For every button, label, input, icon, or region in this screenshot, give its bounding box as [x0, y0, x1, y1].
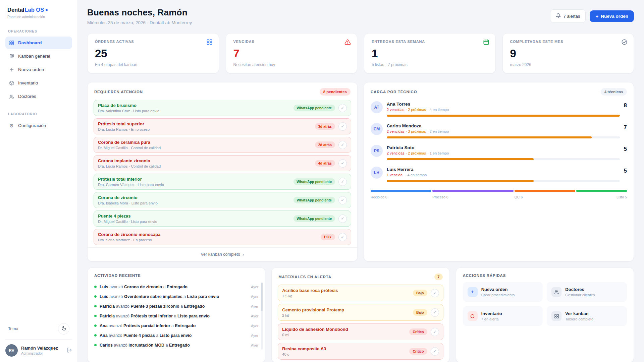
nav-section-label: LABORATORIO	[5, 112, 72, 116]
attention-panel: REQUIEREN ATENCIÓN 8 pendientes Placa de…	[87, 82, 358, 261]
order-name: Placa de bruxismo	[98, 103, 290, 108]
theme-row: Tema	[5, 321, 72, 339]
technician-row: AT Ana Torres 2 vencidas · 2 próximas · …	[371, 101, 627, 117]
sidebar-item-doctors[interactable]: Doctores	[5, 90, 72, 103]
material-name: Cemento provisional Protemp	[282, 307, 410, 312]
stage-segment	[576, 190, 627, 192]
quick-action-kanban[interactable]: Ver kanban Tablero completo	[547, 306, 627, 326]
attention-item[interactable]: Corona de zirconio Dra. Isabella Mora · …	[94, 192, 351, 208]
status-badge: WhatsApp pendiente	[293, 105, 335, 111]
order-name: Corona de zirconio	[98, 195, 290, 200]
technician-avatar: PS	[371, 145, 383, 157]
sidebar-item-settings[interactable]: ⚙ Configuración	[5, 119, 72, 132]
stage-segment	[432, 190, 514, 192]
nav-section-operations: OPERACIONES Dashboard Kanban general Nue…	[5, 29, 72, 104]
mark-done-button[interactable]: ✓	[338, 159, 347, 168]
panel-title: ACTIVIDAD RECIENTE	[94, 274, 141, 278]
mark-done-button[interactable]: ✓	[338, 233, 347, 241]
order-meta: Dr. Miguel Castillo · Listo para envío	[98, 220, 290, 224]
attention-list: Placa de bruxismo Dra. Valentina Cruz · …	[88, 100, 357, 247]
activity-text: Luis avanzó Overdenture sobre implantes …	[100, 294, 219, 299]
order-meta: Dra. Lucía Ramos · Control de calidad	[98, 164, 312, 168]
quick-action-inventory[interactable]: Inventario 7 en alerta	[463, 306, 543, 326]
scrollbar-track[interactable]	[261, 283, 263, 350]
dashboard-icon	[9, 40, 14, 46]
stat-caption: En 4 etapas del kanban	[95, 62, 211, 67]
material-quantity: 2 kit	[282, 313, 410, 317]
plus-icon: +	[595, 14, 598, 19]
status-badge: WhatsApp pendiente	[293, 178, 335, 185]
panel-title: REQUIEREN ATENCIÓN	[94, 90, 143, 94]
materials-count-badge: 7	[434, 274, 442, 280]
sidebar-item-kanban[interactable]: Kanban general	[5, 50, 72, 62]
technician-order-count: 7	[624, 123, 627, 138]
theme-toggle-button[interactable]	[58, 323, 69, 335]
user-row: RV Ramón Velázquez Administrador	[5, 339, 72, 357]
sidebar-spacer	[5, 133, 72, 321]
mark-done-button[interactable]: ✓	[338, 178, 347, 186]
technician-name: Carlos Mendoza	[387, 123, 620, 128]
sidebar-item-new-order[interactable]: Nueva orden	[5, 63, 72, 76]
check-icon: ✓	[341, 143, 344, 147]
technician-name: Patricia Soto	[387, 145, 620, 150]
activity-item: Ana avanzó Puente 4 piezas a Listo para …	[94, 330, 258, 340]
new-order-button[interactable]: + Nueva orden	[590, 10, 634, 22]
kanban-icon	[9, 53, 14, 59]
stat-value: 25	[95, 48, 211, 59]
attention-item[interactable]: Puente 4 piezas Dr. Miguel Castillo · Li…	[94, 210, 351, 227]
mark-done-button[interactable]: ✓	[338, 122, 347, 131]
stat-value: 1	[372, 48, 488, 59]
resolve-material-button[interactable]: ✓	[431, 328, 439, 336]
quick-action-doctors[interactable]: Doctores Gestionar clientes	[547, 282, 627, 302]
alerts-button[interactable]: 7 alertas	[550, 9, 586, 23]
attention-item[interactable]: Prótesis total superior Dra. Lucía Ramos…	[94, 118, 351, 134]
status-badge: 3d atrás	[315, 123, 335, 130]
order-name: Corona de zirconio monocapa	[98, 232, 317, 237]
stage-distribution: Recibido 6 Proceso 8 QC 6 Listo 5	[364, 188, 634, 199]
check-icon: ✓	[433, 310, 436, 314]
stat-label: COMPLETADAS ESTE MES	[510, 40, 627, 44]
workload-bar	[387, 158, 620, 160]
technician-name: Ana Torres	[387, 102, 620, 107]
new-order-label: Nueva orden	[601, 14, 628, 19]
scrollbar-thumb[interactable]	[261, 283, 263, 311]
avatar: RV	[5, 344, 18, 357]
resolve-material-button[interactable]: ✓	[431, 289, 439, 297]
mark-done-button[interactable]: ✓	[338, 215, 347, 223]
logout-button[interactable]	[66, 347, 72, 354]
attention-item[interactable]: Corona de cerámica pura Dr. Miguel Casti…	[94, 137, 351, 153]
sidebar-item-inventory[interactable]: Inventario	[5, 77, 72, 89]
activity-time: Ayer	[248, 314, 258, 318]
attention-item[interactable]: Corona implante zirconio Dra. Lucía Ramo…	[94, 155, 351, 171]
page-header: Buenas noches, Ramón Miércoles 25 de mar…	[87, 7, 634, 25]
gear-icon: ⚙	[9, 123, 14, 128]
check-icon: ✓	[433, 330, 436, 334]
quick-action-new-order[interactable]: + Nueva orden Crear procedimiento	[463, 282, 543, 302]
resolve-material-button[interactable]: ✓	[431, 308, 439, 317]
stage-segment	[515, 190, 575, 192]
activity-dot-icon	[94, 334, 97, 337]
technician-row: CM Carlos Mendoza 2 vencidas · 3 próxima…	[371, 123, 627, 138]
sidebar-item-dashboard[interactable]: Dashboard	[5, 37, 72, 49]
grid-icon	[551, 311, 561, 321]
activity-item: Patricia avanzó Prótesis total inferior …	[94, 311, 258, 321]
attention-item[interactable]: Corona de zirconio monocapa Dra. Sofía M…	[94, 229, 351, 245]
technician-order-count: 8	[624, 101, 627, 117]
technician-order-count: 5	[624, 145, 627, 160]
mark-done-button[interactable]: ✓	[338, 141, 347, 149]
attention-item[interactable]: Prótesis total inferior Dra. Carmen Vázq…	[94, 174, 351, 190]
panel-title: MATERIALES EN ALERTA	[278, 275, 331, 279]
activity-item: Luis avanzó Overdenture sobre implantes …	[94, 292, 258, 301]
mark-done-button[interactable]: ✓	[338, 196, 347, 204]
activity-item: Luis avanzó Corona de zirconio a Entrega…	[94, 282, 258, 292]
app-logo: DentalLab OS	[5, 7, 72, 13]
view-kanban-link[interactable]: Ver kanban completo ›	[88, 247, 357, 261]
mark-done-button[interactable]: ✓	[338, 104, 347, 112]
activity-time: Ayer	[248, 295, 258, 299]
resolve-material-button[interactable]: ✓	[431, 347, 439, 356]
order-name: Corona implante zirconio	[98, 158, 312, 163]
moon-icon	[61, 326, 66, 332]
attention-item[interactable]: Placa de bruxismo Dra. Valentina Cruz · …	[94, 100, 351, 116]
stage-segment	[371, 190, 431, 192]
workload-bar	[387, 180, 620, 182]
